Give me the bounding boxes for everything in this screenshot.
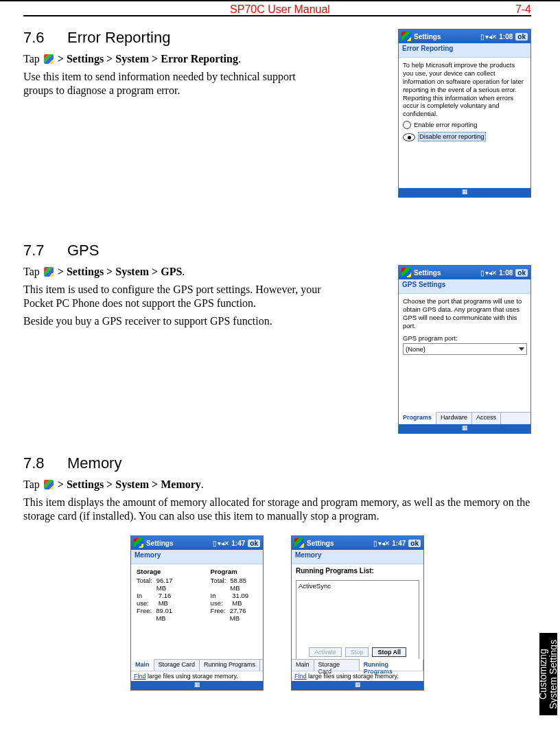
tab-main[interactable]: Main bbox=[292, 660, 314, 671]
page-header: SP70C User Manual 7-4 bbox=[0, 0, 560, 14]
start-icon bbox=[44, 480, 54, 489]
tab-main[interactable]: Main bbox=[131, 659, 154, 671]
start-icon bbox=[134, 538, 143, 548]
header-rule bbox=[23, 15, 531, 16]
tab-hardware[interactable]: Hardware bbox=[436, 413, 472, 424]
start-icon bbox=[294, 538, 304, 548]
port-label: GPS program port: bbox=[403, 334, 526, 343]
list-item[interactable]: ActiveSync bbox=[299, 582, 417, 590]
ok-button[interactable]: ok bbox=[408, 540, 421, 547]
tap-path-7-8: Tap > Settings > System > Memory. bbox=[23, 478, 531, 492]
find-link[interactable]: Find bbox=[294, 673, 307, 680]
start-icon bbox=[44, 54, 54, 64]
titlebar: Settings ▯ ▾ ◂✕ 1:47 ok bbox=[131, 536, 263, 550]
body2-7-7: Beside you buy a GPS receiver to support… bbox=[23, 314, 325, 328]
section-memory: 7.8Memory Tap > Settings > System > Memo… bbox=[23, 454, 531, 691]
description-text: To help Microsoft improve the products y… bbox=[403, 61, 526, 118]
screenshot-memory-main: Settings ▯ ▾ ◂✕ 1:47 ok Memory Storage T… bbox=[130, 535, 264, 691]
port-select[interactable]: (None) bbox=[403, 343, 527, 355]
titlebar: Settings ▯ ▾ ◂✕ 1:08 ok bbox=[399, 30, 530, 43]
titlebar: Settings ▯ ▾ ◂✕ 1:08 ok bbox=[399, 266, 530, 279]
tab-strip[interactable]: Programs Hardware Access bbox=[399, 412, 530, 424]
footer-hint: Find large files using storage memory. bbox=[131, 671, 263, 681]
section-gps: 7.7GPS Tap > Settings > System > GPS. Th… bbox=[23, 242, 531, 441]
sip-bar[interactable]: ▦ bbox=[292, 681, 423, 690]
body-7-6: Use this item to send information needed… bbox=[23, 70, 325, 97]
ok-button[interactable]: ok bbox=[515, 33, 528, 41]
start-icon bbox=[44, 267, 54, 277]
signal-icon: ▯ ▾ ◂✕ bbox=[480, 269, 497, 277]
titlebar: Settings ▯ ▾ ◂✕ 1:47 ok bbox=[292, 536, 423, 550]
ok-button[interactable]: ok bbox=[248, 540, 260, 547]
header-page-number: 7-4 bbox=[515, 3, 531, 16]
header-title: SP70C User Manual bbox=[0, 3, 560, 16]
screenshot-gps: Settings ▯ ▾ ◂✕ 1:08 ok GPS Settings Cho… bbox=[398, 265, 531, 434]
signal-icon: ▯ ▾ ◂✕ bbox=[480, 33, 497, 41]
screen-title: Memory bbox=[131, 550, 263, 564]
radio-enable[interactable]: Enable error reporting bbox=[403, 121, 526, 129]
screen-title: Error Reporting bbox=[399, 43, 530, 58]
tap-path-7-7: Tap > Settings > System > GPS. bbox=[23, 265, 325, 279]
signal-icon: ▯ ▾ ◂✕ bbox=[213, 540, 229, 547]
stop-all-button[interactable]: Stop All bbox=[372, 647, 406, 657]
activate-button[interactable]: Activate bbox=[309, 647, 342, 657]
section-error-reporting: 7.6Error Reporting Tap > Settings > Syst… bbox=[23, 29, 531, 214]
ok-button[interactable]: ok bbox=[515, 269, 528, 277]
sip-bar[interactable]: ▦ bbox=[399, 188, 530, 197]
tab-running-programs[interactable]: Running Programs bbox=[200, 660, 260, 671]
sip-bar[interactable]: ▦ bbox=[399, 424, 530, 433]
start-icon bbox=[401, 32, 411, 41]
description-text: Choose the port that programs will use t… bbox=[403, 297, 526, 330]
side-tab: Customizng System Settings bbox=[539, 633, 557, 715]
start-icon bbox=[401, 268, 411, 277]
sip-bar[interactable]: ▦ bbox=[131, 681, 263, 690]
body1-7-7: This item is used to configure the GPS p… bbox=[23, 283, 325, 310]
tap-path-7-6: Tap > Settings > System > Error Reportin… bbox=[23, 52, 325, 66]
footer-hint: Find large files using storage memory. bbox=[292, 671, 423, 681]
screenshot-memory-running: Settings ▯ ▾ ◂✕ 1:47 ok Memory Running P… bbox=[291, 535, 424, 691]
tab-storage-card[interactable]: Storage Card bbox=[154, 660, 200, 671]
radio-disable[interactable]: Disable error reporting bbox=[403, 132, 526, 141]
tab-storage-card[interactable]: Storage Card bbox=[314, 660, 360, 671]
body-7-8: This item displays the amount of memory … bbox=[23, 496, 531, 523]
memory-table: Storage Total:96.17 MB In use:7.16 MB Fr… bbox=[131, 564, 263, 622]
find-link[interactable]: Find bbox=[134, 673, 146, 680]
screen-title: Memory bbox=[292, 550, 423, 564]
signal-icon: ▯ ▾ ◂✕ bbox=[373, 540, 390, 547]
heading-7-7: 7.7GPS bbox=[23, 242, 531, 259]
heading-7-8: 7.8Memory bbox=[23, 454, 531, 472]
tab-strip[interactable]: Main Storage Card Running Programs bbox=[131, 659, 263, 671]
tab-running-programs[interactable]: Running Programs bbox=[360, 659, 423, 671]
tab-programs[interactable]: Programs bbox=[399, 412, 436, 424]
screenshot-error-reporting: Settings ▯ ▾ ◂✕ 1:08 ok Error Reporting … bbox=[398, 29, 531, 198]
tab-strip[interactable]: Main Storage Card Running Programs bbox=[292, 659, 423, 671]
running-list-heading: Running Programs List: bbox=[292, 564, 423, 577]
chevron-down-icon bbox=[519, 347, 524, 351]
stop-button[interactable]: Stop bbox=[345, 647, 369, 657]
screen-title: GPS Settings bbox=[399, 279, 530, 294]
tab-access[interactable]: Access bbox=[472, 413, 501, 424]
